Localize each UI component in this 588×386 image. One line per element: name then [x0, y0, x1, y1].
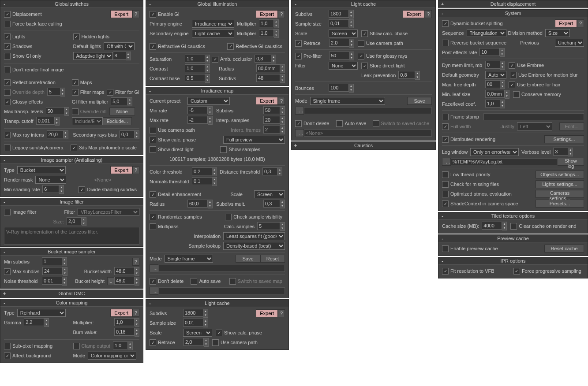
sdl-checkbox[interactable] — [150, 146, 156, 153]
cmem-checkbox[interactable] — [513, 91, 520, 98]
csv-checkbox[interactable] — [225, 214, 232, 220]
collapse-icon[interactable]: - — [439, 212, 446, 219]
bw-num[interactable] — [114, 267, 135, 275]
ucp-checkbox[interactable] — [212, 339, 219, 346]
affbg-checkbox[interactable] — [4, 353, 11, 359]
csm-num[interactable] — [482, 222, 502, 230]
retr-num[interactable] — [184, 338, 204, 346]
dm-select[interactable]: Size — [545, 29, 570, 37]
help-button[interactable]: ? — [577, 19, 584, 27]
mri-num[interactable] — [47, 130, 64, 138]
seq-select[interactable]: Triangulation — [467, 29, 506, 37]
vl-num[interactable] — [553, 148, 568, 156]
mult-num[interactable] — [114, 318, 135, 326]
nt-num[interactable] — [192, 177, 212, 185]
dr-checkbox[interactable] — [442, 136, 449, 143]
collapse-icon[interactable]: - — [147, 0, 153, 7]
expert-button[interactable]: Expert — [110, 10, 132, 18]
lights-checkbox[interactable] — [4, 33, 11, 40]
scics-checkbox[interactable] — [442, 200, 449, 207]
maxs-checkbox[interactable] — [4, 268, 11, 275]
log-browse-button[interactable]: ... — [442, 158, 451, 166]
scp-checkbox[interactable] — [361, 30, 368, 37]
expert-button[interactable]: Expert — [256, 10, 278, 18]
fbfc-checkbox[interactable] — [4, 21, 11, 27]
lw-select[interactable]: Only on error/war — [470, 148, 519, 156]
help-button[interactable]: ? — [132, 309, 139, 317]
sdl-checkbox[interactable] — [361, 63, 368, 69]
collapse-icon[interactable]: - — [292, 0, 299, 7]
mp-checkbox[interactable] — [150, 223, 156, 230]
glossy-checkbox[interactable] — [4, 99, 11, 105]
frv-checkbox[interactable] — [442, 268, 449, 275]
con-num[interactable] — [185, 64, 205, 72]
mins-num[interactable] — [42, 257, 62, 265]
browse-button[interactable]: ... — [295, 107, 304, 115]
scale-select[interactable]: Screen — [329, 30, 358, 37]
exclude-button[interactable]: Exclude... — [103, 117, 132, 125]
ucp-checkbox[interactable] — [358, 40, 364, 47]
adaptive-num[interactable] — [113, 52, 126, 59]
expert-button[interactable]: Expert — [555, 19, 577, 27]
collapse-icon[interactable]: - — [1, 156, 7, 163]
fp-select[interactable]: Full preview — [223, 136, 285, 144]
sub-num[interactable] — [256, 74, 280, 82]
save-button[interactable]: Save — [236, 255, 260, 263]
dg-select[interactable]: Auto — [485, 71, 506, 79]
fs-checkbox[interactable] — [442, 114, 449, 120]
fw-checkbox[interactable] — [442, 123, 449, 130]
ao-num[interactable] — [255, 55, 271, 63]
sub-num[interactable] — [183, 309, 203, 317]
cfmf-checkbox[interactable] — [442, 181, 449, 188]
maxs-num[interactable] — [42, 267, 63, 275]
per-num[interactable] — [479, 48, 500, 56]
reflref-checkbox[interactable] — [4, 79, 11, 86]
ovmtl-button[interactable]: None — [109, 108, 135, 115]
sub-num[interactable] — [263, 106, 280, 114]
tcut-num[interactable] — [36, 117, 55, 125]
ueh-checkbox[interactable] — [509, 82, 515, 88]
epc-checkbox[interactable] — [442, 245, 449, 252]
photo-checkbox[interactable] — [71, 145, 77, 151]
se-select[interactable]: Light cache — [192, 30, 234, 37]
scp-checkbox[interactable] — [216, 330, 222, 336]
dt-num[interactable] — [262, 167, 277, 175]
minr-num[interactable] — [187, 106, 208, 114]
if-checkbox[interactable] — [4, 209, 11, 215]
maxr-num[interactable] — [187, 116, 208, 124]
dml-num[interactable] — [485, 61, 500, 69]
dbs-checkbox[interactable] — [442, 20, 449, 27]
mls-num[interactable] — [485, 90, 505, 98]
retr-num[interactable] — [329, 39, 349, 47]
dd-checkbox[interactable] — [295, 120, 302, 127]
gamma-num[interactable] — [24, 318, 44, 326]
save-button[interactable]: Save — [407, 97, 432, 105]
collapse-icon[interactable]: - — [147, 300, 153, 307]
dss-checkbox[interactable] — [79, 186, 85, 193]
mode-select[interactable]: Single frame — [165, 255, 213, 263]
ct-num[interactable] — [192, 167, 212, 175]
refc-checkbox[interactable] — [150, 43, 156, 50]
override-checkbox[interactable] — [4, 89, 11, 96]
path-field[interactable] — [304, 107, 432, 114]
cam-settings-button[interactable]: Cameras settings... — [536, 190, 584, 198]
dd-checkbox[interactable] — [150, 278, 156, 285]
ltp-checkbox[interactable] — [442, 171, 449, 178]
cp-select[interactable]: Custom — [187, 97, 230, 105]
expand-icon[interactable]: + — [292, 142, 299, 149]
uemb-checkbox[interactable] — [510, 72, 517, 78]
de-checkbox[interactable] — [150, 191, 156, 198]
srb-num[interactable] — [120, 130, 135, 138]
maps-checkbox[interactable] — [72, 79, 79, 86]
collapse-icon[interactable]: - — [147, 87, 153, 94]
bounces-num[interactable] — [329, 84, 349, 92]
expert-button[interactable]: Expert — [110, 166, 132, 174]
help-button[interactable]: ? — [278, 97, 285, 105]
help-button[interactable]: ? — [132, 10, 139, 18]
expert-button[interactable]: Expert — [110, 309, 132, 317]
interp-select[interactable]: Least squares fit (good/sm — [223, 232, 285, 240]
se-mult[interactable] — [259, 29, 274, 37]
clamp-checkbox[interactable] — [73, 343, 80, 349]
expert-button[interactable]: Expert — [403, 10, 425, 18]
as-checkbox[interactable] — [191, 278, 197, 285]
